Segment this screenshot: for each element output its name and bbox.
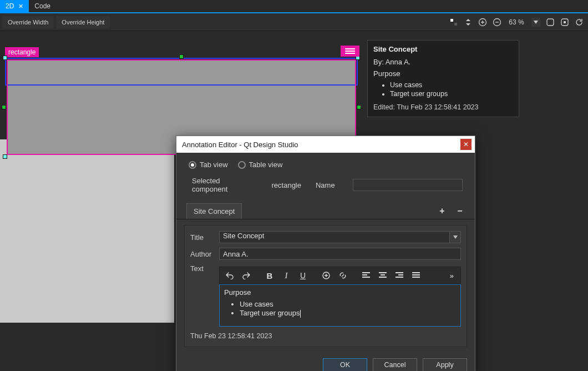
align-center-icon[interactable] [376, 269, 389, 282]
author-label: Author [190, 250, 219, 258]
name-input[interactable] [353, 179, 463, 191]
insert-image-icon[interactable] [320, 269, 333, 282]
resize-handle-tc[interactable] [179, 54, 184, 59]
annotation-indicator-button[interactable] [341, 46, 359, 57]
zoom-dropdown[interactable] [531, 18, 540, 27]
tab-2d[interactable]: 2D ✕ [0, 0, 29, 12]
link-icon[interactable] [336, 269, 349, 282]
rte-bullet: Target user groups [240, 309, 456, 318]
rte-toolbar: B I U » [219, 267, 461, 284]
text-editor[interactable]: Purpose Use cases Target user groups [219, 284, 461, 327]
chevron-down-icon [449, 232, 460, 243]
selected-component-value: rectangle [272, 181, 301, 189]
fit-selection-icon[interactable] [560, 18, 569, 27]
tooltip-purpose: Purpose [373, 69, 513, 78]
add-annotation-button[interactable]: + [437, 206, 447, 216]
title-label: Title [190, 233, 219, 242]
resize-handle-tl[interactable] [3, 56, 7, 60]
resize-handle-bl[interactable] [3, 154, 7, 159]
tab-code-label: Code [34, 2, 50, 10]
name-label: Name [316, 181, 335, 189]
radio-label: Tab view [200, 161, 228, 169]
rte-list: Use cases Target user groups [240, 300, 456, 318]
align-right-icon[interactable] [393, 269, 406, 282]
zoom-out-icon[interactable] [493, 18, 501, 27]
svg-rect-4 [547, 19, 554, 26]
annotation-tab[interactable]: Site Concept [186, 203, 242, 219]
zoom-in-icon[interactable] [478, 18, 487, 27]
override-toolbar: Override Width Override Height 63 % [0, 13, 588, 31]
remove-annotation-button[interactable]: − [455, 206, 465, 216]
annotation-tabbar: Site Concept + − [176, 203, 475, 219]
bold-icon[interactable]: B [263, 269, 276, 282]
dialog-title: Annotation Editor - Qt Design Studio [182, 141, 298, 149]
svg-rect-1 [454, 23, 457, 26]
undo-icon[interactable] [223, 269, 236, 282]
cancel-button[interactable]: Cancel [373, 358, 417, 371]
radio-table-view[interactable]: Table view [238, 161, 283, 169]
redo-icon[interactable] [240, 269, 253, 282]
text-label: Text [190, 264, 219, 273]
dialog-button-row: OK Cancel Apply [176, 353, 475, 371]
view-mode-row: Tab view Table view [189, 161, 463, 169]
tooltip-author: By: Anna A. [373, 58, 513, 66]
author-input[interactable] [219, 248, 461, 260]
radio-tab-view[interactable]: Tab view [189, 161, 228, 169]
apply-button[interactable]: Apply [423, 358, 467, 371]
toolbar-overflow-button[interactable]: » [447, 272, 457, 280]
dialog-titlebar[interactable]: Annotation Editor - Qt Design Studio ✕ [176, 136, 475, 153]
override-width-button[interactable]: Override Width [2, 16, 54, 28]
ok-button[interactable]: OK [323, 358, 367, 371]
rte-line: Purpose [224, 288, 456, 297]
sort-icon[interactable] [464, 18, 473, 27]
tooltip-edited: Edited: Thu Feb 23 12:58:41 2023 [373, 103, 513, 111]
view-tools: 63 % [449, 18, 584, 27]
align-justify-icon[interactable] [409, 269, 423, 282]
selected-component-row: Selected component rectangle Name [192, 177, 463, 193]
annotation-editor-dialog: Annotation Editor - Qt Design Studio ✕ T… [176, 136, 475, 371]
italic-icon[interactable]: I [280, 269, 293, 282]
title-dropdown[interactable]: Site Concept [219, 231, 461, 243]
refresh-icon[interactable] [575, 18, 584, 27]
resize-handle-lc[interactable] [2, 105, 6, 109]
resize-handle-rc[interactable] [357, 105, 361, 109]
tooltip-bullet: Use cases [390, 81, 513, 89]
dialog-body: Tab view Table view Selected component r… [176, 153, 475, 353]
title-value: Site Concept [223, 232, 264, 240]
background-panel [0, 139, 174, 323]
selected-component-label: Selected component [192, 177, 257, 193]
tooltip-title: Site Concept [373, 45, 513, 53]
annotation-timestamp: Thu Feb 23 12:58:41 2023 [190, 332, 461, 340]
radio-icon [189, 161, 196, 169]
svg-rect-0 [450, 19, 453, 22]
radio-icon [238, 161, 246, 169]
radio-label: Table view [249, 161, 283, 169]
override-height-button[interactable]: Override Height [56, 16, 110, 28]
annotation-tooltip: Site Concept By: Anna A. Purpose Use cas… [367, 40, 519, 117]
text-caret [300, 310, 301, 318]
svg-rect-6 [564, 21, 566, 23]
zoom-percent: 63 % [507, 18, 526, 26]
fit-all-icon[interactable] [546, 18, 555, 27]
tooltip-list: Use cases Target user groups [390, 81, 513, 98]
rte-bullet: Use cases [240, 300, 456, 308]
close-button[interactable]: ✕ [460, 139, 472, 150]
annotation-form: Title Site Concept Author Text [184, 225, 467, 347]
tab-code[interactable]: Code [29, 0, 56, 12]
tab-2d-label: 2D [6, 2, 14, 10]
component-label[interactable]: rectangle [5, 47, 39, 57]
tooltip-bullet: Target user groups [390, 90, 513, 98]
grid-snap-icon[interactable] [449, 18, 458, 27]
align-left-icon[interactable] [359, 269, 373, 282]
editor-tab-strip: 2D ✕ Code [0, 0, 588, 12]
underline-icon[interactable]: U [296, 269, 310, 282]
close-icon[interactable]: ✕ [18, 3, 23, 10]
